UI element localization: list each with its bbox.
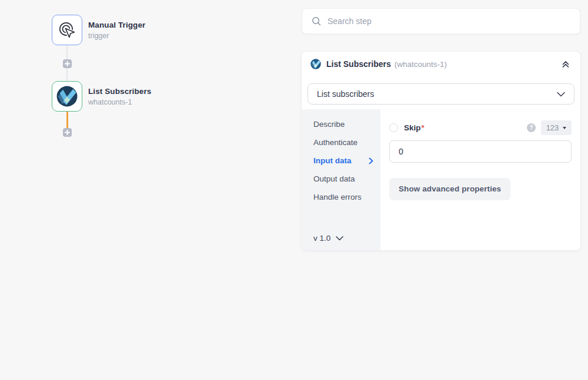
plus-icon [65, 61, 70, 66]
chevron-right-icon [369, 157, 373, 164]
tab-label: Authenticate [313, 138, 358, 147]
field-type-selector[interactable]: 123 [541, 120, 572, 135]
skip-field-toggle[interactable] [389, 123, 398, 132]
node-subtitle: trigger [88, 32, 145, 40]
tab-label: Describe [313, 120, 345, 129]
panel-header: List Subscribers (whatcounts-1) [302, 52, 580, 76]
node-title: List Subscribers [88, 87, 151, 96]
chevron-down-icon [557, 92, 565, 97]
tab-describe[interactable]: Describe [302, 118, 380, 131]
tab-output-data[interactable]: Output data [302, 173, 380, 186]
field-type-label: 123 [546, 123, 559, 132]
panel-step-title: List Subscribers [326, 59, 391, 69]
version-label: v 1.0 [313, 234, 330, 243]
node-title: Manual Trigger [88, 21, 145, 29]
tab-label: Input data [313, 156, 352, 165]
operation-select-value: List subscribers [317, 89, 374, 99]
input-data-tab-content: Skip * ? 123 Show advanced properties [380, 109, 580, 250]
skip-field-row: Skip * ? 123 [389, 120, 572, 135]
operation-select[interactable]: List subscribers [308, 83, 574, 105]
node-label: Manual Trigger trigger [88, 15, 145, 45]
required-marker: * [422, 123, 425, 132]
tab-label: Output data [313, 174, 355, 183]
show-advanced-properties-button[interactable]: Show advanced properties [389, 178, 510, 200]
tab-input-data[interactable]: Input data [302, 154, 380, 167]
workflow-builder: Manual Trigger trigger List Subscribers [0, 0, 588, 380]
tab-label: Handle errors [313, 193, 362, 201]
help-icon[interactable]: ? [527, 123, 536, 132]
node-label: List Subscribers whatcounts-1 [88, 81, 151, 112]
node-list-subscribers[interactable] [52, 81, 82, 112]
double-chevron-up-icon [561, 59, 570, 69]
version-selector[interactable]: v 1.0 [313, 234, 343, 243]
node-subtitle: whatcounts-1 [88, 98, 151, 106]
triangle-down-icon [563, 127, 566, 129]
manual-trigger-icon [58, 21, 76, 39]
panel-tab-list: Describe Authenticate Input data Output … [302, 109, 380, 250]
tab-authenticate[interactable]: Authenticate [302, 136, 380, 149]
node-manual-trigger[interactable] [52, 15, 82, 45]
plus-icon [65, 130, 70, 135]
panel-step-subtitle: (whatcounts-1) [395, 60, 447, 69]
add-step-button[interactable] [63, 59, 72, 68]
whatcounts-logo-icon [56, 86, 78, 107]
search-icon [312, 16, 321, 26]
collapse-panel-button[interactable] [560, 58, 572, 70]
step-search-bar [302, 8, 580, 34]
panel-body: Describe Authenticate Input data Output … [302, 109, 580, 250]
chevron-down-icon [336, 236, 343, 241]
whatcounts-logo-icon [310, 59, 321, 69]
field-label: Skip [404, 123, 421, 132]
connector-line-active [66, 112, 68, 129]
step-properties-panel: List Subscribers (whatcounts-1) List sub… [302, 52, 580, 250]
add-step-button[interactable] [63, 128, 72, 137]
search-input[interactable] [328, 16, 570, 26]
skip-value-input[interactable] [389, 140, 572, 163]
tab-handle-errors[interactable]: Handle errors [302, 191, 380, 204]
